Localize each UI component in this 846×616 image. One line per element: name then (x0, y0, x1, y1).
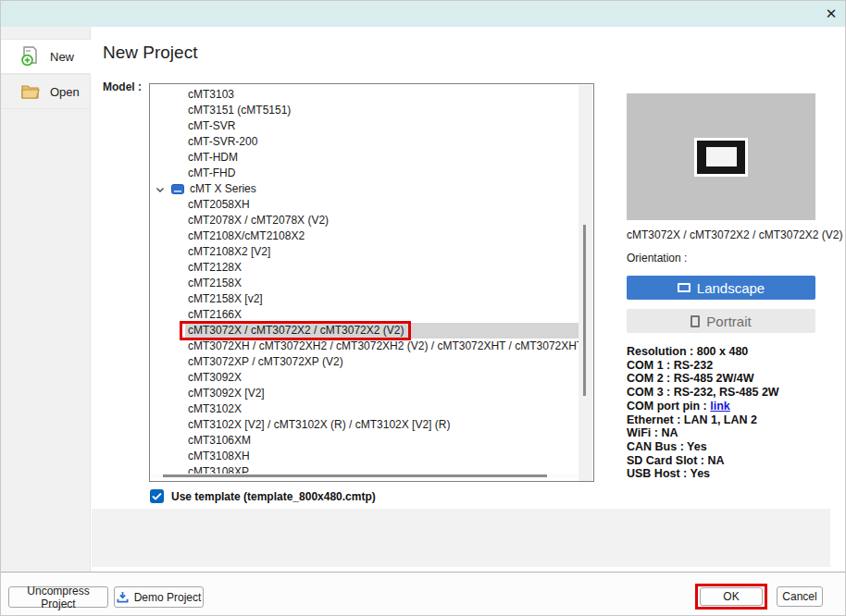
new-document-icon (19, 45, 42, 68)
model-preview-image (627, 93, 815, 220)
model-row-label: cMT2128X (188, 261, 242, 274)
sidebar-item-open[interactable]: Open (1, 74, 91, 109)
orientation-label: Orientation : (627, 252, 687, 265)
model-row[interactable]: cMT3102X (185, 401, 579, 417)
demo-project-label: Demo Project (134, 591, 202, 604)
model-row-label: cMT-SVR (188, 119, 235, 132)
series-device-icon (171, 184, 184, 194)
model-row-label: cMT3102X (188, 402, 242, 415)
model-row-label: cMT3103 (188, 88, 234, 101)
model-row-label: cMT X Series (190, 181, 256, 197)
portrait-label: Portrait (706, 314, 751, 329)
model-row[interactable]: cMT-SVR (185, 118, 579, 134)
model-row-label: cMT3108XH (188, 450, 250, 462)
model-row[interactable]: cMT3102X [V2] / cMT3102X (R) / cMT3102X … (185, 417, 579, 433)
model-row-label: cMT3151 (cMT5151) (188, 104, 291, 117)
model-row-label: cMT2108X2 [V2] (188, 245, 270, 258)
model-row[interactable]: cMT2058XH (185, 197, 579, 213)
model-row-label: cMT-HDM (188, 151, 238, 164)
model-row-label: cMT3072X / cMT3072X2 / cMT3072X2 (V2) (188, 324, 404, 337)
spec-line: COM 1 : RS-232 (627, 359, 779, 373)
hmi-device-screen (706, 147, 737, 166)
close-icon[interactable]: ✕ (821, 4, 841, 24)
chevron-down-icon[interactable] (156, 186, 165, 193)
new-project-dialog: ✕ New Open New Proj (0, 0, 846, 616)
model-row[interactable]: cMT2166X (185, 307, 579, 323)
spec-line: CAN Bus : Yes (627, 440, 779, 454)
model-row[interactable]: cMT2158X (185, 276, 579, 291)
spec-line: Ethernet : LAN 1, LAN 2 (627, 413, 779, 427)
landscape-button[interactable]: Landscape (627, 276, 815, 300)
model-row-label: cMT3102X [V2] / cMT3102X (R) / cMT3102X … (188, 418, 450, 431)
model-row-label: cMT2158X (188, 277, 242, 290)
spec-line: SD Card Slot : NA (627, 454, 779, 468)
spec-line: COM 3 : RS-232, RS-485 2W (627, 386, 779, 400)
model-row[interactable]: cMT3072XP / cMT3072XP (V2) (185, 354, 579, 370)
model-row[interactable]: cMT2078X / cMT2078X (V2) (185, 213, 579, 228)
footer: Uncompress Project Demo Project OK Cance… (1, 573, 846, 616)
spec-list: Resolution : 800 x 480COM 1 : RS-232COM … (627, 345, 779, 481)
model-group-row[interactable]: cMT X Series (156, 181, 579, 197)
spec-line: Resolution : 800 x 480 (627, 345, 779, 359)
model-row-label: cMT2078X / cMT2078X (V2) (188, 214, 329, 227)
model-row-label: cMT3072XH / cMT3072XH2 / cMT3072XH2 (V2)… (188, 339, 579, 352)
spec-line: USB Host : Yes (627, 467, 779, 481)
model-list: cMT3103cMT3151 (cMT5151)cMT-SVRcMT-SVR-2… (151, 87, 579, 474)
sidebar-item-new[interactable]: New (1, 39, 91, 74)
com-port-pin-link[interactable]: link (710, 400, 730, 413)
use-template-option[interactable]: Use template (template_800x480.cmtp) (150, 489, 376, 503)
model-row[interactable]: cMT3108XP (185, 464, 579, 474)
titlebar: ✕ (1, 1, 846, 27)
ok-button[interactable]: OK (700, 587, 763, 606)
horizontal-scrollbar-thumb[interactable] (163, 474, 547, 477)
use-template-label: Use template (template_800x480.cmtp) (171, 490, 376, 503)
model-listbox: cMT3103cMT3151 (cMT5151)cMT-SVRcMT-SVR-2… (149, 83, 594, 482)
model-row[interactable]: cMT2128X (185, 260, 579, 276)
hmi-device-icon (697, 141, 745, 174)
model-row-label: cMT3106XM (188, 434, 251, 447)
model-row[interactable]: cMT2108X2 [V2] (185, 244, 579, 260)
model-label: Model : (103, 80, 142, 93)
model-row[interactable]: cMT3072X / cMT3072X2 / cMT3072X2 (V2) (185, 323, 579, 339)
uncompress-project-button[interactable]: Uncompress Project (8, 586, 108, 608)
model-row[interactable]: cMT3108XH (185, 449, 579, 464)
model-row[interactable]: cMT3151 (cMT5151) (185, 103, 579, 118)
model-row[interactable]: cMT3092X [V2] (185, 386, 579, 401)
portrait-icon (690, 315, 700, 327)
model-row-label: cMT3108XP (188, 465, 249, 474)
model-row[interactable]: cMT-FHD (185, 166, 579, 181)
landscape-label: Landscape (697, 280, 765, 296)
checkbox-checked-icon[interactable] (150, 489, 164, 503)
model-row-label: cMT2108X/cMT2108X2 (188, 229, 305, 242)
spec-line: COM port pin : link (627, 400, 779, 413)
sidebar-item-label: Open (50, 85, 80, 99)
model-row[interactable]: cMT2108X/cMT2108X2 (185, 228, 579, 244)
spec-line: COM 2 : RS-485 2W/4W (627, 372, 779, 386)
model-row-label: cMT2158X [v2] (188, 292, 263, 305)
spec-line: WiFi : NA (627, 426, 779, 440)
model-row-label: cMT-SVR-200 (188, 135, 257, 148)
bottom-panel (92, 509, 830, 567)
model-row[interactable]: cMT3072XH / cMT3072XH2 / cMT3072XH2 (V2)… (185, 339, 579, 354)
model-row-label: cMT3092X (188, 371, 242, 384)
vertical-scrollbar[interactable] (579, 85, 592, 481)
model-row[interactable]: cMT3092X (185, 370, 579, 386)
download-icon (117, 591, 129, 603)
model-row[interactable]: cMT-HDM (185, 150, 579, 166)
portrait-button[interactable]: Portrait (627, 309, 815, 333)
model-row[interactable]: cMT2158X [v2] (185, 291, 579, 307)
page-title: New Project (103, 43, 197, 63)
landscape-icon (678, 283, 690, 292)
model-row[interactable]: cMT3103 (185, 87, 579, 103)
vertical-scrollbar-thumb[interactable] (583, 225, 586, 396)
model-row-label: cMT3092X [V2] (188, 387, 265, 400)
model-caption: cMT3072X / cMT3072X2 / cMT3072X2 (V2) (627, 228, 842, 241)
model-row-label: cMT2166X (188, 308, 242, 321)
model-row[interactable]: cMT-SVR-200 (185, 134, 579, 150)
cancel-button[interactable]: Cancel (777, 586, 823, 607)
model-row[interactable]: cMT3106XM (185, 433, 579, 449)
model-row-label: cMT2058XH (188, 198, 250, 211)
horizontal-scrollbar[interactable] (151, 474, 579, 478)
model-row-label: cMT3072XP / cMT3072XP (V2) (188, 355, 343, 368)
demo-project-button[interactable]: Demo Project (114, 586, 204, 608)
